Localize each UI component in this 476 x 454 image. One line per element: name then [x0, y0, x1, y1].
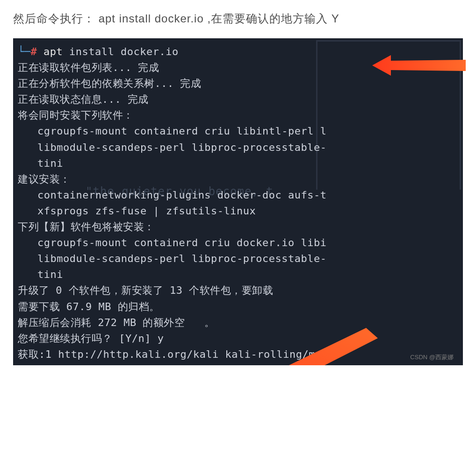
output-line: tini — [18, 267, 458, 283]
output-line: tini — [18, 156, 458, 171]
output-line: cgroupfs-mount containerd criu libintl-p… — [18, 123, 458, 139]
csdn-watermark: CSDN @西蒙娜 — [410, 353, 454, 362]
command-args: install docker.io — [69, 46, 179, 57]
output-line: 升级了 0 个软件包，新安装了 13 个软件包，要卸载 — [18, 283, 458, 298]
output-line: 建议安装： — [18, 171, 458, 187]
output-line: 获取:1 http://http.kali.org/kali kali-roll… — [18, 347, 458, 362]
instruction-text: 然后命令执行： apt install docker.io ,在需要确认的地方输… — [0, 0, 476, 32]
output-line: libmodule-scandeps-perl libproc-processt… — [18, 251, 458, 267]
output-line: cgroupfs-mount containerd criu docker.io… — [18, 235, 458, 251]
prompt-confirm-line: 您希望继续执行吗？ [Y/n] y — [18, 331, 458, 347]
terminal: "the quieter you become, t └─# apt insta… — [13, 38, 463, 365]
output-line: 需要下载 67.9 MB 的归档。 — [18, 299, 458, 315]
output-line: 正在分析软件包的依赖关系树... 完成 — [18, 76, 458, 92]
root-hash: # — [31, 46, 37, 57]
output-line: xfsprogs zfs-fuse | zfsutils-linux — [18, 203, 458, 219]
output-line: 下列【新】软件包将被安装： — [18, 219, 458, 235]
output-line: libmodule-scandeps-perl libproc-processt… — [18, 140, 458, 156]
output-line: 正在读取软件包列表... 完成 — [18, 60, 458, 76]
output-line: containernetworking-plugins docker-doc a… — [18, 187, 458, 203]
prompt-line: └─# apt install docker.io — [18, 44, 458, 60]
command-apt: apt — [43, 46, 63, 57]
terminal-screenshot: "the quieter you become, t └─# apt insta… — [13, 38, 463, 365]
tree-branch: └─ — [18, 46, 31, 57]
output-line: 解压缩后会消耗 272 MB 的额外空 。 — [18, 315, 458, 331]
output-line: 将会同时安装下列软件： — [18, 107, 458, 123]
output-line: 正在读取状态信息... 完成 — [18, 92, 458, 107]
